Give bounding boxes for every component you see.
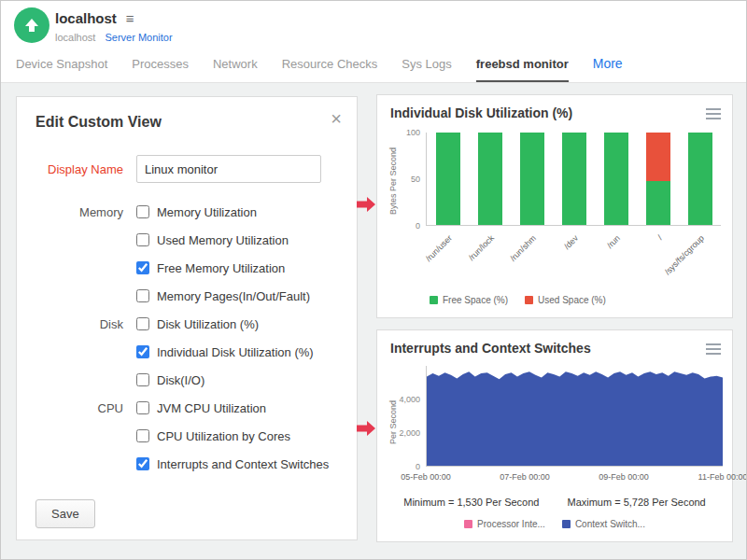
checkbox-row-cpu-utilization-by-cores[interactable]: CPU Utilization by Cores <box>136 429 290 443</box>
bar-free-segment <box>604 133 628 225</box>
min-max-row: Minimum = 1,530 Per Second Maximum = 5,7… <box>377 497 732 508</box>
checkbox-used-memory-utilization[interactable] <box>136 233 149 246</box>
checkbox-row-used-memory-utilization[interactable]: Used Memory Utilization <box>136 233 289 247</box>
checkbox-individual-disk-utilization[interactable] <box>136 345 149 358</box>
breadcrumb-server-monitor-link[interactable]: Server Monitor <box>105 32 172 43</box>
form-row: Interrupts and Context Switches <box>17 450 357 478</box>
checkbox-row-interrupts-and-context-switches[interactable]: Interrupts and Context Switches <box>136 457 329 471</box>
disk-bars <box>426 133 721 226</box>
bar- <box>646 133 670 225</box>
tab-freebsd-monitor[interactable]: freebsd monitor <box>476 57 569 82</box>
monitor-status-icon <box>14 7 49 43</box>
legend-item[interactable]: Used Space (%) <box>525 295 606 305</box>
breadcrumb: localhost Server Monitor <box>55 32 173 43</box>
form-row: CPUJVM CPU Utilization <box>17 394 357 422</box>
legend-item[interactable]: Context Switch... <box>562 519 645 529</box>
form-row: CPU Utilization by Cores <box>17 422 357 450</box>
checkbox-disk-i-o[interactable] <box>136 373 149 386</box>
edit-custom-view-panel: Edit Custom View × Display Name MemoryMe… <box>16 96 358 540</box>
form-row: DiskDisk Utilization (%) <box>17 310 357 338</box>
group-label-cpu: CPU <box>17 401 136 415</box>
header: localhost ≡ localhost Server Monitor Dev… <box>1 1 746 83</box>
tab-sys-logs[interactable]: Sys Logs <box>402 57 451 82</box>
tab-more[interactable]: More <box>593 56 623 82</box>
checkbox-memory-pages-in-out-fault[interactable] <box>136 289 149 302</box>
arrow-up-icon <box>22 16 41 35</box>
form-row: Memory Pages(In/Out/Fault) <box>17 282 357 310</box>
checkbox-disk-utilization[interactable] <box>136 317 149 330</box>
interrupts-chart-card: Interrupts and Context Switches Per Seco… <box>376 329 733 542</box>
x-tick-label: 07-Feb 00:00 <box>487 472 562 482</box>
interrupts-plot <box>426 366 723 467</box>
tab-resource-checks[interactable]: Resource Checks <box>282 57 378 82</box>
checkbox-row-jvm-cpu-utilization[interactable]: JVM CPU Utilization <box>136 401 266 415</box>
x-tick-label: 09-Feb 00:00 <box>586 472 661 482</box>
display-name-label: Display Name <box>17 162 136 176</box>
checkbox-label: CPU Utilization by Cores <box>157 429 290 443</box>
chart-title: Interrupts and Context Switches <box>390 341 591 356</box>
panel-title: Edit Custom View <box>35 114 162 131</box>
close-icon[interactable]: × <box>331 108 342 130</box>
checkbox-row-free-memory-utilization[interactable]: Free Memory Utilization <box>136 261 285 275</box>
save-button[interactable]: Save <box>35 499 95 528</box>
area-series <box>427 366 723 466</box>
legend-item[interactable]: Processor Inte... <box>464 519 545 529</box>
checkbox-label: Disk(I/O) <box>157 373 204 387</box>
checkbox-free-memory-utilization[interactable] <box>136 261 149 274</box>
bar-free-segment <box>478 133 502 225</box>
chart-menu-icon[interactable] <box>706 108 721 122</box>
form-row: Individual Disk Utilization (%) <box>17 338 357 366</box>
checkbox-row-individual-disk-utilization[interactable]: Individual Disk Utilization (%) <box>136 345 314 359</box>
checkbox-groups: MemoryMemory UtilizationUsed Memory Util… <box>17 198 357 478</box>
legend-label: Processor Inte... <box>477 519 545 529</box>
legend-swatch <box>562 520 571 528</box>
y-tick-label: 2,000 <box>377 428 420 438</box>
tab-network[interactable]: Network <box>213 57 258 82</box>
checkbox-interrupts-and-context-switches[interactable] <box>136 457 149 470</box>
form-row: Free Memory Utilization <box>17 254 357 282</box>
hamburger-menu-icon[interactable]: ≡ <box>126 11 134 25</box>
arrow-right-icon <box>357 421 375 436</box>
display-name-input[interactable] <box>136 155 321 183</box>
bar-run-lock <box>478 133 502 225</box>
legend-label: Free Space (%) <box>443 295 508 305</box>
tab-processes[interactable]: Processes <box>132 57 189 82</box>
checkbox-cpu-utilization-by-cores[interactable] <box>136 429 149 442</box>
legend-swatch <box>430 296 438 304</box>
checkbox-row-memory-pages-in-out-fault[interactable]: Memory Pages(In/Out/Fault) <box>136 289 310 303</box>
bar-free-segment <box>646 181 670 225</box>
page-title: localhost <box>55 10 117 26</box>
checkbox-jvm-cpu-utilization[interactable] <box>136 401 149 414</box>
tab-device-snapshot[interactable]: Device Snapshot <box>16 57 107 82</box>
checkbox-row-disk-utilization[interactable]: Disk Utilization (%) <box>136 317 259 331</box>
checkbox-label: Interrupts and Context Switches <box>157 457 329 471</box>
bar-free-segment <box>436 133 460 225</box>
checkbox-label: JVM CPU Utilization <box>157 401 266 415</box>
x-tick-label: 11-Feb 00:00 <box>685 472 747 482</box>
display-name-row: Display Name <box>17 155 357 183</box>
legend-label: Context Switch... <box>575 519 645 529</box>
checkbox-label: Memory Utilization <box>157 205 257 219</box>
bar-used-segment <box>646 133 670 181</box>
minimum-stat: Minimum = 1,530 Per Second <box>403 497 539 508</box>
disk-legend: Free Space (%)Used Space (%) <box>430 295 606 305</box>
bar-run-user <box>436 133 460 225</box>
group-label-disk: Disk <box>17 317 136 331</box>
chart-menu-icon[interactable] <box>706 343 721 357</box>
bar-sys-fs-cgroup <box>688 133 712 225</box>
legend-item[interactable]: Free Space (%) <box>430 295 508 305</box>
y-tick-label: 100 <box>377 128 420 137</box>
checkbox-label: Individual Disk Utilization (%) <box>157 345 314 359</box>
checkbox-label: Memory Pages(In/Out/Fault) <box>157 289 310 303</box>
checkbox-row-memory-utilization[interactable]: Memory Utilization <box>136 205 257 219</box>
form-row: Disk(I/O) <box>17 366 357 394</box>
x-tick-label: 05-Feb 00:00 <box>388 472 463 482</box>
bar-free-segment <box>520 133 544 225</box>
checkbox-row-disk-i-o[interactable]: Disk(I/O) <box>136 373 204 387</box>
checkbox-label: Free Memory Utilization <box>157 261 285 275</box>
form-row: MemoryMemory Utilization <box>17 198 357 226</box>
checkbox-memory-utilization[interactable] <box>136 205 149 218</box>
bar-free-segment <box>688 133 712 225</box>
legend-swatch <box>464 520 472 528</box>
y-tick-label: 50 <box>377 175 420 184</box>
